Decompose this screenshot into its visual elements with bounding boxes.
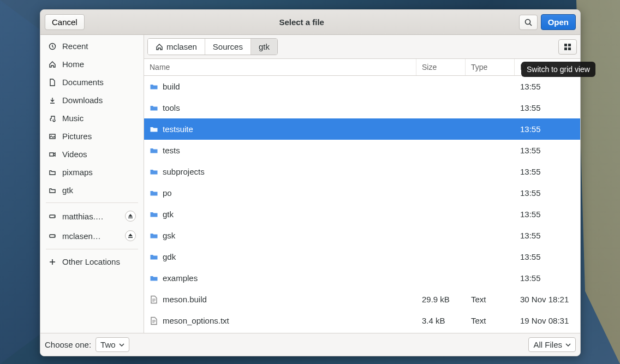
folder-icon xyxy=(150,189,158,198)
document-icon xyxy=(48,78,57,87)
sidebar-item-recent[interactable]: Recent xyxy=(40,37,144,55)
cell-name: build xyxy=(144,82,416,91)
grid-view-icon xyxy=(563,43,572,51)
file-name: testsuite xyxy=(163,124,193,134)
sidebar-item-pixmaps[interactable]: pixmaps xyxy=(40,163,144,181)
chevron-down-icon xyxy=(119,342,124,348)
svg-rect-4 xyxy=(50,153,53,156)
column-size[interactable]: Size xyxy=(416,59,466,75)
file-row[interactable]: testsuite13:55 xyxy=(144,118,580,140)
filter-combo[interactable]: All Files xyxy=(528,337,576,352)
view-toggle-button[interactable] xyxy=(558,39,577,55)
file-list[interactable]: build13:55tools13:55testsuite13:55tests1… xyxy=(144,76,580,333)
file-name: tests xyxy=(163,146,180,155)
cell-name: testsuite xyxy=(144,124,416,134)
sidebar-other-locations[interactable]: Other Locations xyxy=(40,253,144,271)
cell-modified: 13:55 xyxy=(515,252,580,261)
cancel-button[interactable]: Cancel xyxy=(45,14,85,30)
folder-icon xyxy=(150,274,158,283)
path-segment[interactable]: gtk xyxy=(251,39,277,55)
choose-combo[interactable]: Two xyxy=(96,337,129,352)
svg-line-1 xyxy=(529,23,532,26)
cancel-label: Cancel xyxy=(52,17,78,27)
sidebar-item-gtk[interactable]: gtk xyxy=(40,181,144,199)
file-name: gsk xyxy=(163,231,175,240)
cell-modified: 13:55 xyxy=(515,124,580,134)
video-icon xyxy=(48,150,57,159)
chevron-down-icon xyxy=(565,342,571,348)
pathbar-row: mclasenSourcesgtk xyxy=(144,35,580,59)
sidebar-item-documents[interactable]: Documents xyxy=(40,73,144,91)
cell-modified: 13:55 xyxy=(515,210,580,219)
column-type[interactable]: Type xyxy=(466,59,515,75)
column-name[interactable]: Name xyxy=(144,59,416,75)
file-row[interactable]: tools13:55 xyxy=(144,97,580,118)
cell-name: gdk xyxy=(144,252,416,261)
home-icon xyxy=(156,43,163,51)
file-row[interactable]: gsk13:55 xyxy=(144,225,580,246)
file-row[interactable]: meson_options.txt3.4 kBText19 Nov 08:31 xyxy=(144,310,580,331)
footer-bar: Choose one: Two All Files xyxy=(40,333,580,356)
sidebar-item-pictures[interactable]: Pictures xyxy=(40,127,144,145)
sidebar-item-videos[interactable]: Videos xyxy=(40,145,144,163)
sidebar-drive[interactable]: mclasen… xyxy=(40,226,144,246)
columns-header: Name Size Type Modified xyxy=(144,59,580,76)
filter-value: All Files xyxy=(533,340,562,349)
sidebar-separator xyxy=(46,202,138,203)
main-pane: mclasenSourcesgtk Name Size xyxy=(144,35,580,333)
svg-rect-14 xyxy=(568,44,571,46)
svg-rect-15 xyxy=(564,47,567,50)
open-button[interactable]: Open xyxy=(541,14,576,30)
file-row[interactable]: gdk13:55 xyxy=(144,246,580,267)
folder-icon xyxy=(48,168,57,177)
search-icon xyxy=(524,18,533,27)
svg-rect-10 xyxy=(128,237,133,238)
cell-modified: 13:55 xyxy=(515,167,580,176)
file-row[interactable]: gtk13:55 xyxy=(144,204,580,225)
cell-modified: 13:55 xyxy=(515,231,580,240)
header-left: Cancel xyxy=(45,14,85,30)
file-row[interactable]: examples13:55 xyxy=(144,267,580,289)
picture-icon xyxy=(48,132,57,141)
sidebar-item-label: Pictures xyxy=(62,132,92,141)
folder-icon xyxy=(150,146,158,155)
file-row[interactable]: tests13:55 xyxy=(144,140,580,161)
sidebar-drive-label: matthias.… xyxy=(62,212,104,221)
choose-value: Two xyxy=(100,340,116,349)
eject-button[interactable] xyxy=(125,211,136,222)
file-row[interactable]: build13:55 xyxy=(144,76,580,97)
file-row[interactable]: subprojects13:55 xyxy=(144,161,580,182)
file-name: meson_options.txt xyxy=(163,316,229,325)
file-row[interactable]: meson.build29.9 kBText30 Nov 18:21 xyxy=(144,289,580,310)
cell-modified: 13:55 xyxy=(515,273,580,283)
sidebar-item-music[interactable]: Music xyxy=(40,109,144,127)
cell-modified: 13:55 xyxy=(515,103,580,112)
eject-button[interactable] xyxy=(125,230,136,241)
path-label: Sources xyxy=(213,42,243,51)
path-segment[interactable]: mclasen xyxy=(148,39,205,55)
cell-name: subprojects xyxy=(144,167,416,176)
sidebar-item-downloads[interactable]: Downloads xyxy=(40,91,144,109)
file-name: meson.build xyxy=(163,295,207,304)
cell-name: gtk xyxy=(144,210,416,219)
svg-rect-16 xyxy=(568,47,571,50)
drive-icon xyxy=(48,231,57,240)
cell-name: tests xyxy=(144,146,416,155)
sidebar-item-home[interactable]: Home xyxy=(40,55,144,73)
places-sidebar: RecentHomeDocumentsDownloadsMusicPicture… xyxy=(40,35,144,333)
choose-label: Choose one: xyxy=(45,340,91,349)
sidebar-drive[interactable]: matthias.… xyxy=(40,206,144,226)
sidebar-item-label: Downloads xyxy=(62,96,103,105)
cell-name: examples xyxy=(144,273,416,283)
cell-type: Text xyxy=(466,295,515,304)
plus-icon xyxy=(48,258,57,266)
file-row[interactable]: po13:55 xyxy=(144,182,580,204)
svg-rect-7 xyxy=(128,218,133,219)
path-segment[interactable]: Sources xyxy=(205,39,251,55)
file-icon xyxy=(150,295,158,304)
search-button[interactable] xyxy=(519,15,538,30)
column-modified[interactable]: Modified xyxy=(515,59,580,75)
drive-icon xyxy=(48,212,57,220)
sidebar-drive-label: mclasen… xyxy=(62,231,101,241)
sidebar-item-label: Documents xyxy=(62,77,104,87)
